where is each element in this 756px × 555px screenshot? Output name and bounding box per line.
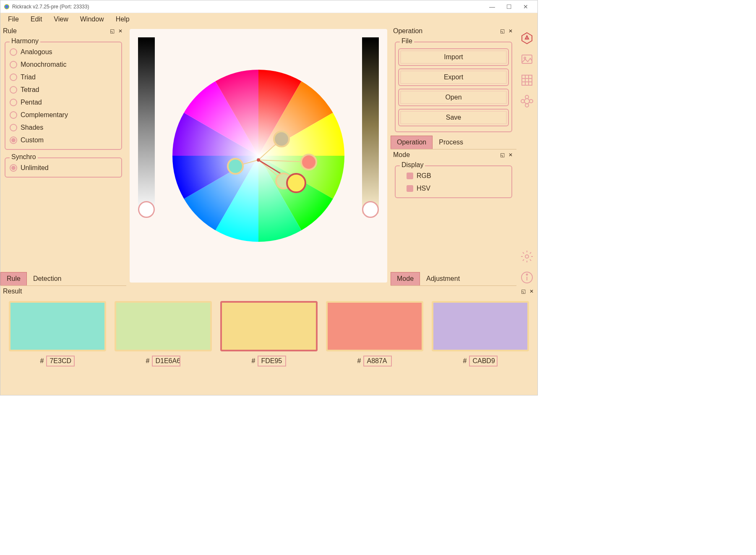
image-view-icon[interactable] [519,51,535,68]
color-swatch[interactable] [115,301,212,351]
wheel-point[interactable] [301,154,316,170]
save-button[interactable]: Save [398,109,509,126]
app-icon [4,4,10,10]
result-close-icon[interactable]: ✕ [528,288,535,295]
info-icon[interactable] [519,269,535,286]
rule-tab-rule[interactable]: Rule [0,272,27,285]
slider-knob-left[interactable] [138,201,155,218]
swatch-cell: #D1E6A6 [115,301,212,367]
rule-tab-detection[interactable]: Detection [27,272,68,285]
svg-point-21 [521,99,524,103]
check-label: HSV [417,185,430,192]
harmony-complementary[interactable]: Complementary [8,109,119,121]
color-swatch[interactable] [432,301,529,351]
synchro-legend: Synchro [10,153,38,161]
operation-tab-process[interactable]: Process [433,136,469,149]
minimize-button[interactable]: — [484,0,501,13]
window-title: Rickrack v2.7.25-pre (Port: 23333) [12,4,89,10]
wheel-point[interactable] [228,159,243,174]
harmony-custom[interactable]: Custom [8,134,119,147]
hex-input[interactable]: 7E3CD [46,356,75,367]
hex-input[interactable]: D1E6A6 [152,356,180,367]
svg-point-11 [524,57,526,59]
operation-float-icon[interactable]: ◱ [499,28,506,34]
radio-label: Analogous [21,48,52,56]
synchro-unlimited[interactable]: Unlimited [8,162,119,174]
color-swatch[interactable] [9,301,106,351]
harmony-pentad[interactable]: Pentad [8,96,119,109]
export-button[interactable]: Export [398,68,509,86]
radio-icon [10,136,17,144]
swatch-cell: #CABD9 [432,301,529,367]
result-panel-title: Result [3,288,22,295]
hex-input[interactable]: CABD9 [469,356,498,367]
radio-icon [10,48,17,56]
color-swatch[interactable] [326,301,423,351]
grid-view-icon[interactable] [519,72,535,89]
titlebar: Rickrack v2.7.25-pre (Port: 23333) — ☐ ✕ [0,0,537,13]
radio-icon [10,99,17,106]
radio-label: Tetrad [21,86,39,94]
check-label: RGB [417,172,431,180]
menu-edit[interactable]: Edit [25,14,48,25]
radio-icon [10,73,17,81]
menu-window[interactable]: Window [74,14,110,25]
maximize-button[interactable]: ☐ [501,0,517,13]
depot-view-icon[interactable] [519,93,535,110]
radio-label: Triad [21,73,36,81]
svg-point-17 [524,99,529,104]
harmony-analogous[interactable]: Analogous [8,46,119,58]
harmony-triad[interactable]: Triad [8,71,119,84]
harmony-tetrad[interactable]: Tetrad [8,84,119,96]
radio-icon [10,61,17,68]
menu-view[interactable]: View [48,14,74,25]
wheel-point[interactable] [274,131,289,147]
radio-label: Shades [21,124,43,131]
menu-file[interactable]: File [2,14,25,25]
open-button[interactable]: Open [398,89,509,106]
svg-rect-12 [522,75,532,85]
swatch-cell: #A887A [326,301,423,367]
operation-panel-title: Operation [393,27,422,35]
menu-help[interactable]: Help [110,14,136,25]
import-button[interactable]: Import [398,48,509,66]
hash-label: # [146,357,150,365]
svg-point-7 [257,158,260,162]
display-rgb[interactable]: RGB [398,170,509,182]
wheel-view-icon[interactable] [519,30,535,47]
value-slider-left[interactable] [138,37,155,214]
mode-float-icon[interactable]: ◱ [499,152,506,158]
mode-tab-adjustment[interactable]: Adjustment [420,272,466,285]
hex-input[interactable]: A887A [363,356,392,367]
checkbox-icon [407,185,413,192]
rule-panel-title: Rule [3,27,17,35]
operation-close-icon[interactable]: ✕ [507,28,514,34]
hash-label: # [40,357,44,365]
settings-icon[interactable] [519,248,535,265]
harmony-monochromatic[interactable]: Monochromatic [8,58,119,71]
radio-label: Monochromatic [21,61,66,68]
display-hsv[interactable]: HSV [398,182,509,195]
radio-label: Complementary [21,111,68,119]
rule-close-icon[interactable]: ✕ [117,28,124,34]
hex-input[interactable]: FDE95 [258,356,286,367]
mode-tab-mode[interactable]: Mode [391,272,420,285]
harmony-shades[interactable]: Shades [8,121,119,134]
rule-float-icon[interactable]: ◱ [109,28,115,34]
mode-close-icon[interactable]: ✕ [507,152,514,158]
close-button[interactable]: ✕ [517,0,534,13]
hex-row: #CABD9 [463,356,498,367]
hash-label: # [357,357,361,365]
swatch-cell: #7E3CD [9,301,106,367]
operation-tab-operation[interactable]: Operation [391,136,433,149]
radio-icon [10,111,17,119]
value-slider-right[interactable] [362,37,379,214]
color-swatch[interactable] [220,301,318,351]
color-wheel-area[interactable] [130,29,387,283]
slider-knob-right[interactable] [362,201,379,218]
result-float-icon[interactable]: ◱ [520,288,527,295]
hex-row: #D1E6A6 [146,356,181,367]
wheel-point[interactable] [287,174,305,192]
color-wheel[interactable] [168,65,349,246]
hash-label: # [463,357,467,365]
